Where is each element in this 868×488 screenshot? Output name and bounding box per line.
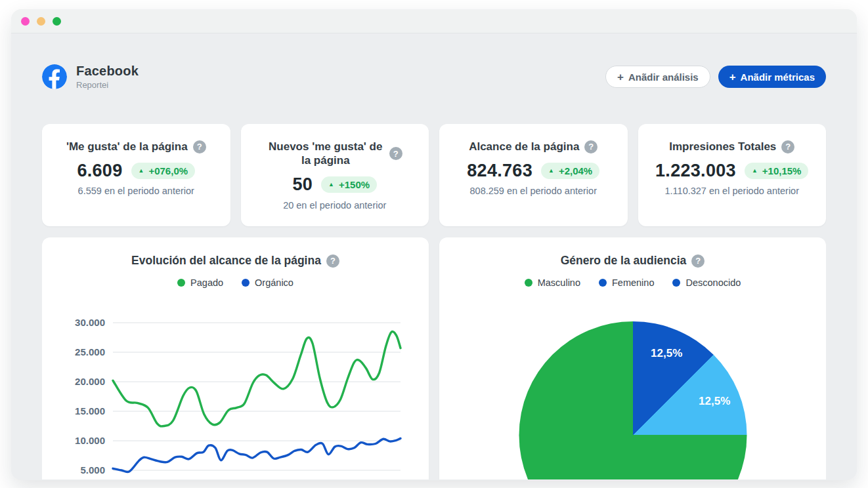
legend-label: Orgánico [255,277,293,288]
delta-value: +076,0% [148,166,188,176]
metric-card-page-likes: 'Me gusta' de la página ? 6.609 ▲ +076,0… [42,124,230,226]
brand-block: Facebook Reportei [42,64,139,90]
chart-title: Género de la audiencia [561,254,687,268]
header-actions: + Anãdir análisis + Anãdir métricas [605,66,826,88]
metric-card-total-impressions: Impresiones Totales ? 1.223.003 ▲ +10,15… [638,124,827,226]
metric-value: 824.763 [467,161,532,181]
help-icon[interactable]: ? [389,147,402,160]
app-window: Facebook Reportei + Anãdir análisis + An… [11,9,857,480]
metric-card-new-likes: Nuevos 'me gusta' de la página ? 50 ▲ +1… [241,124,429,226]
help-icon[interactable]: ? [326,254,339,268]
audience-gender-chart-card: Género de la audiencia ? Masculino Femen… [439,237,826,479]
delta-badge: ▲ +150% [321,176,377,193]
add-metrics-button[interactable]: + Anãdir métricas [718,66,826,88]
legend-label: Femenino [612,277,654,288]
help-icon[interactable]: ? [691,254,705,268]
previous-period-text: 6.559 en el periodo anterior [78,186,194,196]
delta-badge: ▲ +2,04% [541,163,599,179]
legend-label: Masculino [538,277,580,288]
add-analysis-label: Anãdir análisis [628,71,699,83]
metric-value: 6.609 [77,161,122,181]
window-close-button[interactable] [21,17,30,26]
delta-badge: ▲ +076,0% [131,163,196,179]
window-zoom-button[interactable] [53,17,61,26]
pie-chart-legend: Masculino Femenino Desconocido [439,277,826,288]
metric-value: 50 [292,174,313,195]
up-arrow-icon: ▲ [139,168,144,174]
metric-cards-row: 'Me gusta' de la página ? 6.609 ▲ +076,0… [42,124,826,226]
plus-icon: + [729,71,736,83]
legend-label: Desconocido [685,277,741,288]
charts-row: Evolución del alcance de la página ? Pag… [42,237,826,479]
delta-badge: ▲ +10,15% [745,163,809,179]
pie-slice-label: 12,5% [699,395,730,408]
metric-card-page-reach: Alcance de la página ? 824.763 ▲ +2,04% … [439,124,628,226]
add-metrics-label: Anãdir métricas [741,71,815,83]
metric-value: 1.223.003 [655,161,736,181]
window-titlebar [11,9,857,33]
previous-period-text: 808.259 en el periodo anterior [470,186,597,196]
metric-title: Impresiones Totales [669,140,776,153]
pie-chart: 12,5%12,5%75% [519,321,747,479]
legend-item-organico[interactable]: Orgánico [242,277,293,288]
up-arrow-icon: ▲ [328,182,334,188]
organico-dot-icon [242,279,250,287]
help-icon[interactable]: ? [584,140,597,153]
previous-period-text: 20 en el periodo anterior [283,200,386,211]
legend-label: Pagado [190,277,223,288]
svg-text:10.000: 10.000 [75,435,105,446]
delta-value: +2,04% [559,166,592,176]
delta-value: +150% [339,180,370,190]
up-arrow-icon: ▲ [548,168,554,174]
facebook-logo-icon [42,64,67,89]
svg-text:30.000: 30.000 [75,317,105,328]
up-arrow-icon: ▲ [752,168,758,174]
reach-evolution-chart-card: Evolución del alcance de la página ? Pag… [42,237,429,479]
metric-title: Nuevos 'me gusta' de la página [267,140,384,168]
previous-period-text: 1.110.327 en el periodo anterior [665,186,800,196]
line-chart-legend: Pagado Orgánico [42,277,429,288]
masculino-dot-icon [525,279,532,287]
legend-item-masculino[interactable]: Masculino [525,277,580,288]
metric-title: Alcance de la página [469,140,579,153]
delta-value: +10,15% [762,166,802,176]
line-chart: 30.00025.00020.00015.00010.0005.000 [53,306,418,479]
add-analysis-button[interactable]: + Anãdir análisis [605,66,710,88]
femenino-dot-icon [599,279,607,287]
help-icon[interactable]: ? [193,140,206,153]
page-header: Facebook Reportei + Anãdir análisis + An… [42,64,826,90]
dashboard-content: Facebook Reportei + Anãdir análisis + An… [11,33,857,480]
legend-item-femenino[interactable]: Femenino [599,277,654,288]
desconocido-dot-icon [672,279,680,287]
svg-text:5.000: 5.000 [80,464,105,476]
window-minimize-button[interactable] [37,17,45,26]
pagado-dot-icon [177,279,185,287]
legend-item-desconocido[interactable]: Desconocido [672,277,741,288]
svg-text:25.000: 25.000 [75,346,105,357]
page-subtitle: Reportei [76,80,139,90]
legend-item-pagado[interactable]: Pagado [177,277,223,288]
title-block: Facebook Reportei [76,64,139,90]
plus-icon: + [617,71,624,83]
chart-title: Evolución del alcance de la página [131,254,321,268]
svg-text:15.000: 15.000 [75,405,105,417]
metric-title: 'Me gusta' de la página [66,140,188,153]
svg-text:20.000: 20.000 [75,376,105,387]
page-title: Facebook [76,64,139,79]
pie-slice-label: 12,5% [651,347,682,360]
help-icon[interactable]: ? [781,140,794,153]
